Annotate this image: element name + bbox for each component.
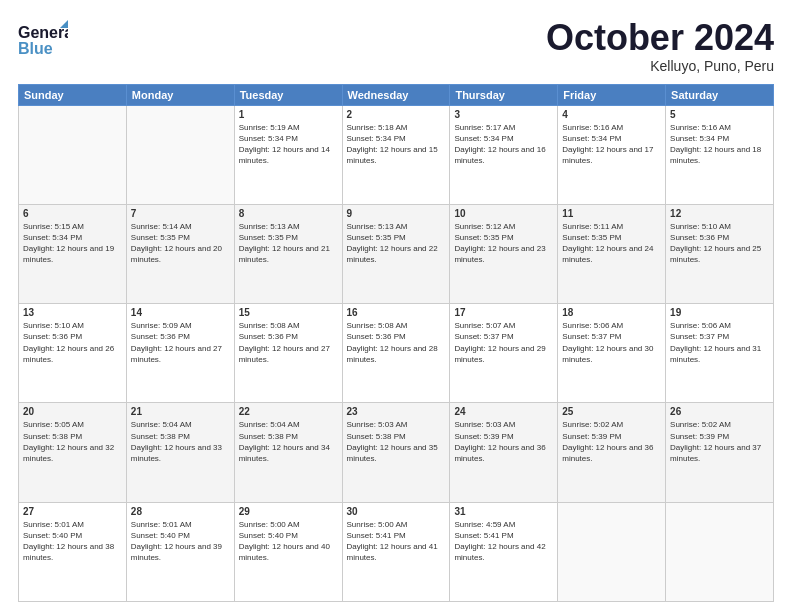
calendar-cell: 19Sunrise: 5:06 AMSunset: 5:37 PMDayligh…	[666, 304, 774, 403]
calendar-cell: 12Sunrise: 5:10 AMSunset: 5:36 PMDayligh…	[666, 204, 774, 303]
day-number: 2	[347, 109, 446, 120]
weekday-header-wednesday: Wednesday	[342, 84, 450, 105]
day-number: 12	[670, 208, 769, 219]
calendar-cell: 22Sunrise: 5:04 AMSunset: 5:38 PMDayligh…	[234, 403, 342, 502]
month-title: October 2024	[546, 18, 774, 58]
day-number: 5	[670, 109, 769, 120]
day-info: Sunrise: 5:05 AMSunset: 5:38 PMDaylight:…	[23, 419, 122, 464]
weekday-header-monday: Monday	[126, 84, 234, 105]
day-info: Sunrise: 5:17 AMSunset: 5:34 PMDaylight:…	[454, 122, 553, 167]
day-number: 1	[239, 109, 338, 120]
day-info: Sunrise: 5:16 AMSunset: 5:34 PMDaylight:…	[562, 122, 661, 167]
calendar-cell: 30Sunrise: 5:00 AMSunset: 5:41 PMDayligh…	[342, 502, 450, 601]
calendar-cell: 8Sunrise: 5:13 AMSunset: 5:35 PMDaylight…	[234, 204, 342, 303]
day-number: 10	[454, 208, 553, 219]
page: General Blue October 2024 Kelluyo, Puno,…	[0, 0, 792, 612]
day-number: 3	[454, 109, 553, 120]
day-number: 22	[239, 406, 338, 417]
day-info: Sunrise: 5:08 AMSunset: 5:36 PMDaylight:…	[239, 320, 338, 365]
calendar-cell: 3Sunrise: 5:17 AMSunset: 5:34 PMDaylight…	[450, 105, 558, 204]
day-info: Sunrise: 5:00 AMSunset: 5:40 PMDaylight:…	[239, 519, 338, 564]
weekday-header-thursday: Thursday	[450, 84, 558, 105]
day-number: 24	[454, 406, 553, 417]
calendar-cell: 29Sunrise: 5:00 AMSunset: 5:40 PMDayligh…	[234, 502, 342, 601]
day-info: Sunrise: 5:13 AMSunset: 5:35 PMDaylight:…	[239, 221, 338, 266]
day-number: 25	[562, 406, 661, 417]
calendar-cell: 6Sunrise: 5:15 AMSunset: 5:34 PMDaylight…	[19, 204, 127, 303]
day-info: Sunrise: 5:10 AMSunset: 5:36 PMDaylight:…	[23, 320, 122, 365]
day-info: Sunrise: 5:06 AMSunset: 5:37 PMDaylight:…	[670, 320, 769, 365]
day-number: 11	[562, 208, 661, 219]
calendar-cell: 11Sunrise: 5:11 AMSunset: 5:35 PMDayligh…	[558, 204, 666, 303]
calendar-cell: 28Sunrise: 5:01 AMSunset: 5:40 PMDayligh…	[126, 502, 234, 601]
calendar-cell: 7Sunrise: 5:14 AMSunset: 5:35 PMDaylight…	[126, 204, 234, 303]
calendar: SundayMondayTuesdayWednesdayThursdayFrid…	[18, 84, 774, 602]
calendar-cell: 15Sunrise: 5:08 AMSunset: 5:36 PMDayligh…	[234, 304, 342, 403]
day-info: Sunrise: 5:14 AMSunset: 5:35 PMDaylight:…	[131, 221, 230, 266]
calendar-cell	[19, 105, 127, 204]
calendar-cell: 23Sunrise: 5:03 AMSunset: 5:38 PMDayligh…	[342, 403, 450, 502]
calendar-cell	[558, 502, 666, 601]
title-section: October 2024 Kelluyo, Puno, Peru	[546, 18, 774, 74]
calendar-cell: 4Sunrise: 5:16 AMSunset: 5:34 PMDaylight…	[558, 105, 666, 204]
svg-text:General: General	[18, 24, 68, 41]
day-info: Sunrise: 5:01 AMSunset: 5:40 PMDaylight:…	[131, 519, 230, 564]
day-info: Sunrise: 5:15 AMSunset: 5:34 PMDaylight:…	[23, 221, 122, 266]
day-number: 19	[670, 307, 769, 318]
calendar-cell: 18Sunrise: 5:06 AMSunset: 5:37 PMDayligh…	[558, 304, 666, 403]
day-info: Sunrise: 5:03 AMSunset: 5:39 PMDaylight:…	[454, 419, 553, 464]
calendar-cell: 27Sunrise: 5:01 AMSunset: 5:40 PMDayligh…	[19, 502, 127, 601]
calendar-cell: 24Sunrise: 5:03 AMSunset: 5:39 PMDayligh…	[450, 403, 558, 502]
calendar-cell: 25Sunrise: 5:02 AMSunset: 5:39 PMDayligh…	[558, 403, 666, 502]
svg-text:Blue: Blue	[18, 40, 53, 57]
day-number: 16	[347, 307, 446, 318]
day-info: Sunrise: 5:10 AMSunset: 5:36 PMDaylight:…	[670, 221, 769, 266]
calendar-cell: 16Sunrise: 5:08 AMSunset: 5:36 PMDayligh…	[342, 304, 450, 403]
day-number: 18	[562, 307, 661, 318]
weekday-header-saturday: Saturday	[666, 84, 774, 105]
calendar-cell: 2Sunrise: 5:18 AMSunset: 5:34 PMDaylight…	[342, 105, 450, 204]
day-number: 31	[454, 506, 553, 517]
weekday-header-tuesday: Tuesday	[234, 84, 342, 105]
day-number: 27	[23, 506, 122, 517]
day-info: Sunrise: 5:01 AMSunset: 5:40 PMDaylight:…	[23, 519, 122, 564]
calendar-cell: 5Sunrise: 5:16 AMSunset: 5:34 PMDaylight…	[666, 105, 774, 204]
day-info: Sunrise: 5:06 AMSunset: 5:37 PMDaylight:…	[562, 320, 661, 365]
day-info: Sunrise: 5:11 AMSunset: 5:35 PMDaylight:…	[562, 221, 661, 266]
day-number: 8	[239, 208, 338, 219]
location: Kelluyo, Puno, Peru	[546, 58, 774, 74]
day-info: Sunrise: 5:19 AMSunset: 5:34 PMDaylight:…	[239, 122, 338, 167]
day-number: 29	[239, 506, 338, 517]
calendar-cell: 26Sunrise: 5:02 AMSunset: 5:39 PMDayligh…	[666, 403, 774, 502]
calendar-cell	[666, 502, 774, 601]
day-number: 30	[347, 506, 446, 517]
day-info: Sunrise: 5:00 AMSunset: 5:41 PMDaylight:…	[347, 519, 446, 564]
day-number: 6	[23, 208, 122, 219]
day-number: 14	[131, 307, 230, 318]
weekday-header-sunday: Sunday	[19, 84, 127, 105]
day-number: 21	[131, 406, 230, 417]
logo-icon: General Blue	[18, 18, 68, 58]
logo: General Blue	[18, 18, 68, 58]
day-info: Sunrise: 5:02 AMSunset: 5:39 PMDaylight:…	[562, 419, 661, 464]
day-number: 23	[347, 406, 446, 417]
day-info: Sunrise: 5:12 AMSunset: 5:35 PMDaylight:…	[454, 221, 553, 266]
day-info: Sunrise: 5:13 AMSunset: 5:35 PMDaylight:…	[347, 221, 446, 266]
day-info: Sunrise: 4:59 AMSunset: 5:41 PMDaylight:…	[454, 519, 553, 564]
day-number: 17	[454, 307, 553, 318]
day-info: Sunrise: 5:08 AMSunset: 5:36 PMDaylight:…	[347, 320, 446, 365]
day-info: Sunrise: 5:07 AMSunset: 5:37 PMDaylight:…	[454, 320, 553, 365]
day-number: 20	[23, 406, 122, 417]
day-number: 9	[347, 208, 446, 219]
day-number: 13	[23, 307, 122, 318]
day-number: 26	[670, 406, 769, 417]
calendar-cell: 10Sunrise: 5:12 AMSunset: 5:35 PMDayligh…	[450, 204, 558, 303]
day-number: 7	[131, 208, 230, 219]
calendar-cell: 14Sunrise: 5:09 AMSunset: 5:36 PMDayligh…	[126, 304, 234, 403]
day-info: Sunrise: 5:02 AMSunset: 5:39 PMDaylight:…	[670, 419, 769, 464]
day-info: Sunrise: 5:04 AMSunset: 5:38 PMDaylight:…	[131, 419, 230, 464]
calendar-cell: 13Sunrise: 5:10 AMSunset: 5:36 PMDayligh…	[19, 304, 127, 403]
calendar-cell: 21Sunrise: 5:04 AMSunset: 5:38 PMDayligh…	[126, 403, 234, 502]
header: General Blue October 2024 Kelluyo, Puno,…	[18, 18, 774, 74]
calendar-cell: 17Sunrise: 5:07 AMSunset: 5:37 PMDayligh…	[450, 304, 558, 403]
